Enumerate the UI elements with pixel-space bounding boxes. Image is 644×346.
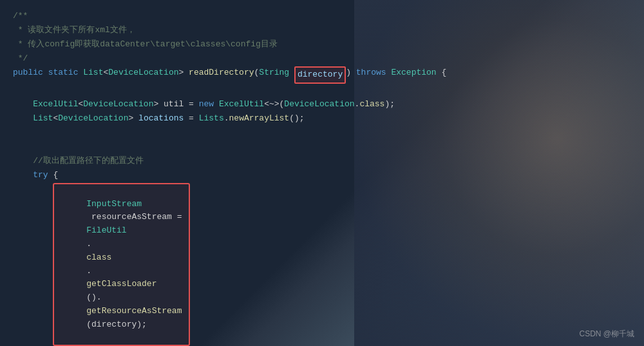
watermark: CSDN @柳千城 [579, 329, 634, 340]
code-line-2: * 读取文件夹下所有xml文件， [13, 24, 631, 38]
keyword-static: static [48, 66, 79, 80]
line-content: */ [13, 52, 28, 66]
return-type: List [83, 66, 103, 80]
paren-open: ( [254, 66, 260, 80]
code-line-8: List < DeviceLocation > locations = List… [13, 112, 631, 126]
code-editor: /** * 读取文件夹下所有xml文件， * 传入config即获取dataCe… [0, 0, 644, 346]
space4 [351, 66, 356, 80]
highlighted-line: InputStream resourceAsStream = FileUtil … [53, 183, 190, 346]
code-line-4: */ [13, 52, 631, 66]
code-line-1: /** [13, 10, 631, 24]
code-line-10 [13, 140, 631, 155]
space5 [386, 66, 392, 80]
line-content: * 读取文件夹下所有xml文件， [13, 24, 135, 37]
code-line-12: try { [13, 169, 631, 183]
brace-open: { [437, 66, 447, 80]
code-line-7: ExcelUtil < DeviceLocation > util = new … [13, 98, 631, 112]
generic-open: < [103, 66, 108, 80]
line-content: /** [13, 10, 28, 23]
keyword-throws: throws [356, 66, 386, 80]
code-line-3: * 传入config即获取dataCenter\target\classes\c… [13, 38, 631, 52]
code-line-5: public static List < DeviceLocation > re… [13, 66, 631, 84]
param-type: String [259, 66, 289, 80]
line-content: * 传入config即获取dataCenter\target\classes\c… [13, 38, 278, 52]
code-line-13: InputStream resourceAsStream = FileUtil … [13, 183, 631, 346]
exception-type: Exception [391, 66, 436, 80]
code-line-9 [13, 126, 631, 140]
paren-close: ) [346, 66, 351, 80]
generic-type: DeviceLocation [108, 66, 178, 80]
generic-close: > [179, 66, 189, 80]
param-directory: directory [294, 66, 346, 84]
code-line-6 [13, 84, 631, 98]
var-locations: locations [138, 112, 184, 126]
keyword-public: public [13, 66, 43, 80]
code-line-11: //取出配置路径下的配置文件 [13, 155, 631, 169]
excel-util-type: ExcelUtil [33, 98, 78, 111]
method-name: readDirectory [189, 66, 254, 80]
space3 [289, 66, 294, 80]
space2 [78, 66, 83, 80]
space [43, 66, 48, 80]
